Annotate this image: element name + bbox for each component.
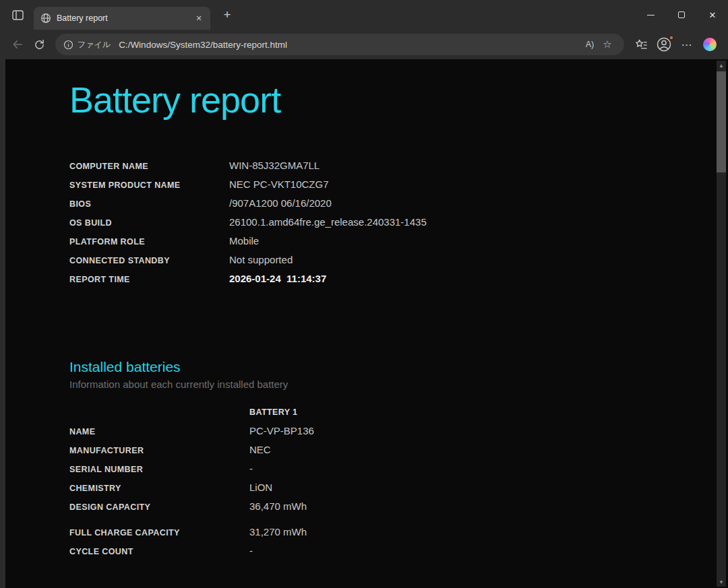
tab-title: Battery report [57, 13, 193, 23]
table-row: SYSTEM PRODUCT NAME NEC PC-VKT10CZG7 [69, 178, 728, 197]
row-label: CHEMISTRY [69, 484, 249, 493]
table-row: CHEMISTRY LiON [69, 482, 728, 500]
scroll-up-icon[interactable]: ▲ [717, 61, 726, 70]
system-info-table: COMPUTER NAME WIN-85J32GMA7LL SYSTEM PRO… [69, 160, 728, 292]
row-value: WIN-85J32GMA7LL [229, 160, 728, 171]
star-icon: ☆ [603, 38, 611, 51]
table-row: PLATFORM ROLE Mobile [69, 235, 728, 254]
window-controls: ✕ [635, 0, 728, 30]
table-row: OS BUILD 26100.1.amd64fre.ge_release.240… [69, 216, 728, 235]
table-row: COMPUTER NAME WIN-85J32GMA7LL [69, 160, 728, 178]
minimize-icon [647, 15, 655, 15]
profile-button[interactable] [653, 34, 675, 55]
row-value: - [249, 545, 728, 556]
tab-close-button[interactable]: ✕ [193, 12, 205, 24]
row-value: NEC PC-VKT10CZG7 [229, 178, 728, 190]
section-heading-installed-batteries: Installed batteries [69, 359, 728, 375]
notification-dot [669, 35, 674, 40]
scrollbar-thumb[interactable] [717, 71, 726, 172]
browser-tab[interactable]: Battery report ✕ [34, 7, 210, 30]
ellipsis-icon: ⋯ [681, 38, 693, 51]
section-subtitle: Information about each currently install… [69, 379, 728, 390]
back-arrow-icon [11, 38, 24, 51]
row-value: 31,270 mWh [249, 526, 728, 537]
row-label: MANUFACTURER [69, 446, 249, 455]
url-text: C:/Windows/System32/battery-report.html [119, 40, 581, 50]
row-value: NEC [249, 444, 728, 455]
table-row: DESIGN CAPACITY 36,470 mWh [69, 500, 728, 519]
table-row: MANUFACTURER NEC [69, 444, 728, 463]
close-icon: ✕ [195, 14, 202, 23]
row-label: PLATFORM ROLE [69, 237, 229, 247]
avatar [656, 36, 672, 53]
table-row: CONNECTED STANDBY Not supported [69, 254, 728, 273]
table-row: CYCLE COUNT - [69, 545, 728, 564]
copilot-button[interactable] [698, 34, 721, 55]
row-label: SERIAL NUMBER [69, 465, 249, 474]
row-label: COMPUTER NAME [69, 162, 229, 171]
globe-favicon-icon [40, 13, 51, 24]
row-value: PC-VP-BP136 [249, 425, 728, 436]
battery-report: Battery report COMPUTER NAME WIN-85J32GM… [5, 78, 728, 564]
row-label: NAME [69, 427, 249, 436]
maximize-icon [678, 11, 685, 18]
plus-icon: + [223, 7, 231, 22]
row-label: REPORT TIME [69, 275, 229, 284]
refresh-button[interactable] [28, 34, 50, 55]
refresh-icon [34, 39, 45, 51]
table-row: NAME PC-VP-BP136 [69, 425, 728, 444]
table-row: FULL CHARGE CAPACITY 31,270 mWh [69, 526, 728, 545]
table-header-row: BATTERY 1 [69, 407, 728, 425]
vertical-scrollbar[interactable]: ▲ ▼ [717, 61, 726, 587]
row-label: DESIGN CAPACITY [69, 502, 249, 512]
row-label: FULL CHARGE CAPACITY [69, 528, 249, 537]
address-toolbar: ファイル C:/Windows/System32/battery-report.… [0, 30, 728, 59]
new-tab-button[interactable]: + [217, 5, 237, 25]
tab-actions-menu-button[interactable] [5, 5, 30, 25]
row-value: Mobile [229, 235, 728, 247]
minimize-button[interactable] [635, 0, 666, 30]
row-label: OS BUILD [69, 218, 229, 228]
table-row: SERIAL NUMBER - [69, 463, 728, 482]
favorites-star-list-icon [635, 38, 648, 51]
scroll-down-icon[interactable]: ▼ [717, 577, 726, 587]
row-value: 36,470 mWh [249, 500, 728, 512]
back-button[interactable] [7, 34, 28, 55]
browser-window: Battery report ✕ + ✕ [0, 0, 728, 588]
add-favorite-button[interactable]: ☆ [599, 36, 616, 53]
page-title: Battery report [69, 78, 728, 122]
close-icon: ✕ [709, 10, 717, 20]
table-row: BIOS /907A1200 06/16/2020 [69, 197, 728, 216]
row-label: BIOS [69, 199, 229, 209]
installed-batteries-table: BATTERY 1 NAME PC-VP-BP136 MANUFACTURER … [69, 407, 728, 564]
close-window-button[interactable]: ✕ [697, 0, 728, 30]
favorites-hub-button[interactable] [630, 34, 653, 55]
page-viewport: Battery report COMPUTER NAME WIN-85J32GM… [5, 59, 728, 588]
settings-menu-button[interactable]: ⋯ [675, 34, 698, 55]
read-aloud-button[interactable]: A) [581, 36, 599, 53]
row-value: LiON [249, 482, 728, 493]
column-header: BATTERY 1 [249, 407, 728, 417]
copilot-icon [703, 38, 717, 51]
row-value: /907A1200 06/16/2020 [229, 197, 728, 209]
row-label: SYSTEM PRODUCT NAME [69, 181, 229, 190]
tab-bar: Battery report ✕ + ✕ [0, 0, 728, 30]
row-value: 26100.1.amd64fre.ge_release.240331-1435 [229, 216, 728, 228]
row-value: - [249, 463, 728, 474]
row-label: CYCLE COUNT [69, 547, 249, 556]
url-scheme-label: ファイル [78, 39, 111, 51]
row-value: 2026-01-24 11:14:37 [229, 273, 728, 284]
tab-actions-menu-icon [12, 10, 24, 20]
row-value: Not supported [229, 254, 728, 265]
read-aloud-icon: A) [586, 40, 595, 49]
maximize-button[interactable] [666, 0, 697, 30]
info-icon [63, 40, 73, 50]
row-label: CONNECTED STANDBY [69, 256, 229, 265]
table-row: REPORT TIME 2026-01-24 11:14:37 [69, 273, 728, 292]
address-bar[interactable]: ファイル C:/Windows/System32/battery-report.… [55, 34, 624, 55]
